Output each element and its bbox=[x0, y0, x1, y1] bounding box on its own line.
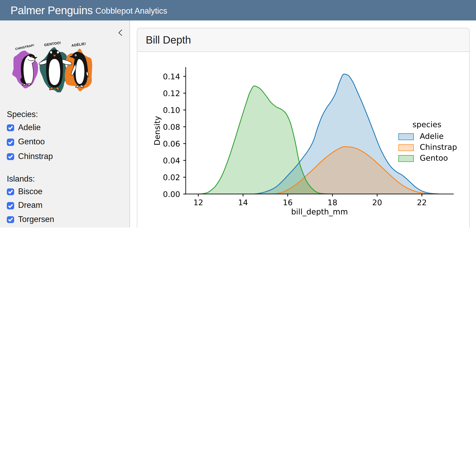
svg-text:CHINSTRAP!: CHINSTRAP! bbox=[15, 44, 35, 51]
svg-text:ADÉLIE!: ADÉLIE! bbox=[71, 42, 86, 48]
svg-text:GENTOO!: GENTOO! bbox=[44, 41, 61, 47]
